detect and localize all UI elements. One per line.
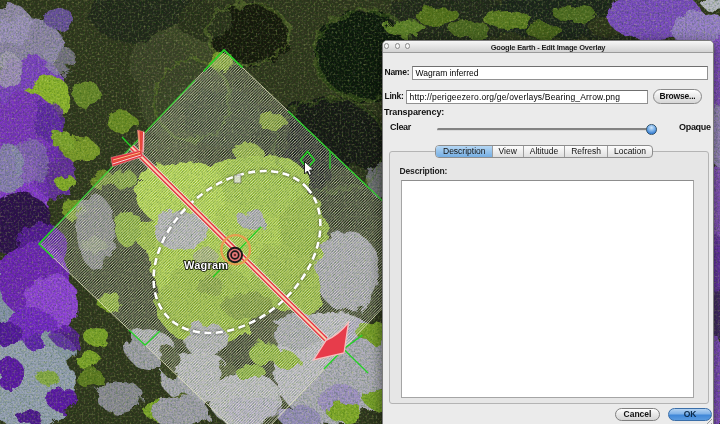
svg-text:Wagram: Wagram (184, 259, 228, 271)
